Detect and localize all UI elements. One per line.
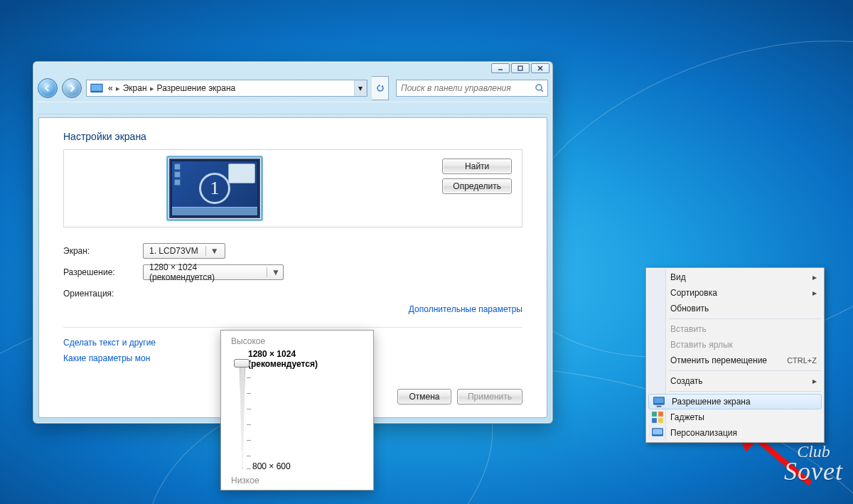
which-params-link[interactable]: Какие параметры мон [63,353,150,363]
search-icon [532,83,547,93]
watermark: Club Sovet [784,444,843,483]
resolution-combo[interactable]: 1280 × 1024 (рекомендуется) ▼ [143,264,284,280]
window-titlebar [33,62,552,76]
minimize-button[interactable] [491,63,510,73]
breadcrumb-screen[interactable]: Экран [122,83,149,93]
breadcrumb-resolution[interactable]: Разрешение экрана [156,83,237,93]
slider-track[interactable] [240,362,245,468]
cancel-button[interactable]: Отмена [397,389,451,404]
ctx-new[interactable]: Создать ▸ [648,373,822,389]
desktop-context-menu: Вид ▸ Сортировка ▸ Обновить Вставить Вст… [645,267,825,443]
ctx-separator [669,391,821,392]
slider-current-value: 1280 × 1024 (рекомендуется) [248,349,363,369]
svg-line-7 [541,90,543,92]
settings-form: Экран: 1. LCD73VM ▼ Разрешение: 1280 × 1… [63,240,522,304]
breadcrumb-root[interactable]: « [107,83,114,93]
ctx-undo-shortcut: CTRL+Z [787,356,817,365]
slider-ticks [247,362,254,468]
ctx-paste-shortcut: Вставить ярлык [648,337,822,353]
resolution-slider-popup: Высокое 1280 × 1024 (рекомендуется) 800 … [220,330,374,490]
text-size-link[interactable]: Сделать текст и другие [63,338,156,348]
svg-rect-1 [518,66,522,70]
search-placeholder: Поиск в панели управления [401,83,511,93]
slider-low-label: Низкое [231,476,259,486]
search-input[interactable]: Поиск в панели управления [396,80,548,97]
ctx-screen-resolution[interactable]: Разрешение экрана [648,394,822,409]
personalize-icon [651,427,664,439]
screen-combo-value: 1. LCD73VM [149,246,198,256]
label-screen: Экран: [63,246,143,256]
chevron-down-icon: ▼ [267,267,280,277]
window-toolbar [38,102,548,114]
svg-rect-13 [652,418,657,423]
svg-rect-5 [92,85,102,91]
slider-high-label: Высокое [231,336,363,346]
chevron-right-icon: ▸ [116,84,120,93]
label-orientation: Ориентация: [63,289,143,299]
separator [63,327,522,328]
ctx-personalize[interactable]: Персонализация [648,425,822,441]
ctx-gadgets[interactable]: Гаджеты [648,409,822,425]
svg-point-6 [536,85,542,90]
ctx-view[interactable]: Вид ▸ [648,269,822,285]
ctx-sort[interactable]: Сортировка ▸ [648,285,822,301]
monitor-number: 1 [199,173,230,204]
monitor-icon [653,395,665,408]
submenu-arrow-icon: ▸ [812,376,817,386]
resolution-combo-value: 1280 × 1024 (рекомендуется) [149,262,259,282]
nav-forward-button[interactable] [62,78,82,98]
svg-rect-16 [653,429,662,434]
chevron-down-icon: ▼ [205,246,219,256]
apply-button[interactable]: Применить [457,389,522,404]
svg-rect-12 [658,412,663,417]
svg-rect-9 [654,397,664,403]
screen-combo[interactable]: 1. LCD73VM ▼ [143,243,225,259]
ctx-separator [669,318,821,319]
svg-rect-14 [658,418,663,423]
control-panel-icon [90,81,104,95]
label-resolution: Разрешение: [63,267,143,277]
address-bar[interactable]: « ▸ Экран ▸ Разрешение экрана ▾ [86,80,368,97]
svg-rect-10 [657,406,662,407]
maximize-button[interactable] [511,63,530,73]
chevron-right-icon: ▸ [150,84,154,93]
nav-back-button[interactable] [38,78,58,98]
monitor-thumbnail[interactable]: 1 [166,156,263,221]
ctx-paste: Вставить [648,321,822,337]
ctx-undo-move[interactable]: Отменить перемещение CTRL+Z [648,353,822,368]
refresh-button[interactable] [372,76,389,100]
submenu-arrow-icon: ▸ [812,288,817,298]
close-button[interactable] [531,63,549,73]
ctx-refresh[interactable]: Обновить [648,301,822,316]
page-title: Настройки экрана [63,131,522,142]
display-preview: 1 Найти Определить [63,149,522,227]
navigation-bar: « ▸ Экран ▸ Разрешение экрана ▾ Поиск в … [38,76,548,100]
find-button[interactable]: Найти [442,159,512,174]
advanced-settings-link[interactable]: Дополнительные параметры [63,304,522,314]
svg-rect-11 [652,412,657,417]
address-dropdown-button[interactable]: ▾ [354,80,367,96]
ctx-separator [669,370,821,371]
gadgets-icon [651,411,664,424]
identify-button[interactable]: Определить [442,178,512,194]
submenu-arrow-icon: ▸ [812,272,817,282]
slider-min-value: 800 × 600 [252,461,291,471]
slider-thumb[interactable] [234,359,250,368]
